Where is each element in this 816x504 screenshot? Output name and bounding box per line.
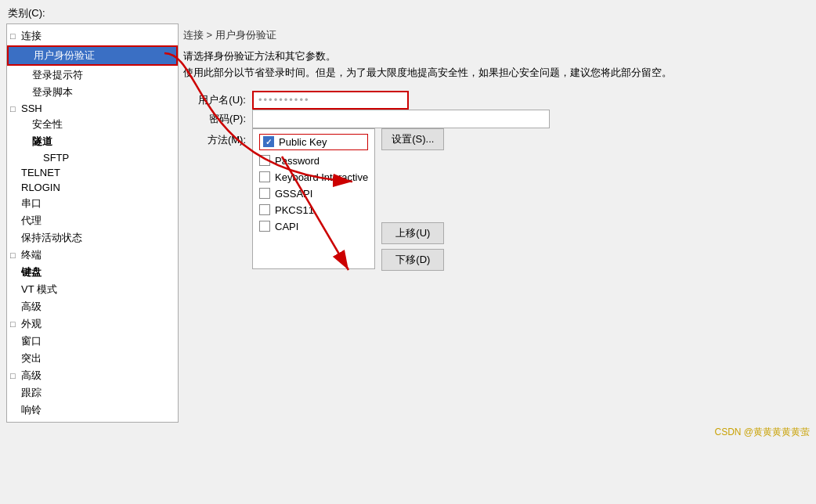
sidebar-item-ssh[interactable]: □ SSH bbox=[7, 101, 178, 116]
sidebar-item-label: 跟踪 bbox=[21, 386, 175, 400]
pkcs11-checkbox[interactable] bbox=[259, 204, 270, 215]
sidebar-item-label: 终端 bbox=[21, 248, 175, 262]
method-buttons: 设置(S)... 上移(U) 下移(D) bbox=[381, 128, 444, 271]
description: 请选择身份验证方法和其它参数。 使用此部分以节省登录时间。但是，为了最大限度地提… bbox=[183, 49, 810, 81]
password-input[interactable] bbox=[252, 110, 550, 128]
keyboard-interactive-label: Keyboard Interactive bbox=[275, 171, 368, 183]
sidebar-item-label: 用户身份验证 bbox=[34, 49, 173, 63]
method-and-buttons: Public Key Password Keyboard Interactive bbox=[252, 128, 444, 271]
expand-icon: □ bbox=[10, 371, 21, 380]
sidebar-item-label: 窗口 bbox=[21, 334, 175, 348]
move-down-button[interactable]: 下移(D) bbox=[381, 249, 444, 271]
sidebar-item-rlogin[interactable]: RLOGIN bbox=[7, 180, 178, 195]
expand-icon: □ bbox=[10, 104, 21, 113]
sidebar-item-label: TELNET bbox=[21, 167, 175, 178]
username-row: 用户名(U): bbox=[183, 91, 810, 110]
sidebar-item-label: 安全性 bbox=[32, 117, 175, 131]
public-key-label: Public Key bbox=[279, 136, 327, 148]
method-label: 方法(M): bbox=[183, 128, 246, 147]
sidebar-item-label: 外观 bbox=[21, 317, 175, 331]
method-item-pkcs11[interactable]: PKCS11 bbox=[259, 204, 368, 216]
sidebar-item-advanced-terminal[interactable]: 高级 bbox=[7, 298, 178, 315]
method-item-public-key[interactable]: Public Key bbox=[259, 134, 368, 150]
sidebar-item-label: 键盘 bbox=[21, 265, 175, 279]
sidebar-item-label: 保持活动状态 bbox=[21, 231, 175, 245]
sidebar-item-label: RLOGIN bbox=[21, 182, 175, 193]
right-panel: 连接 > 用户身份验证 请选择身份验证方法和其它参数。 使用此部分以节省登录时间… bbox=[183, 23, 810, 423]
sidebar-item-label: SSH bbox=[21, 103, 175, 114]
expand-icon: □ bbox=[10, 31, 21, 41]
password-label: 密码(P): bbox=[183, 110, 246, 126]
capi-checkbox[interactable] bbox=[259, 221, 270, 232]
sidebar-item-keepalive[interactable]: 保持活动状态 bbox=[7, 229, 178, 247]
sidebar-item-terminal[interactable]: □ 终端 bbox=[7, 247, 178, 264]
sidebar-item-label: 连接 bbox=[21, 29, 175, 43]
sidebar-item-label: 串口 bbox=[21, 196, 175, 211]
sidebar-item-tunnel[interactable]: 隧道 bbox=[7, 133, 178, 150]
sidebar-item-label: 高级 bbox=[21, 300, 175, 314]
method-item-gssapi[interactable]: GSSAPI bbox=[259, 188, 368, 200]
sidebar-item-vt-mode[interactable]: VT 模式 bbox=[7, 281, 178, 298]
pkcs11-label: PKCS11 bbox=[275, 204, 314, 216]
sidebar-item-bell[interactable]: 响铃 bbox=[7, 401, 178, 419]
sidebar-item-telnet[interactable]: TELNET bbox=[7, 165, 178, 180]
sidebar-item-user-auth[interactable]: 用户身份验证 bbox=[7, 45, 178, 66]
sidebar-item-serial[interactable]: 串口 bbox=[7, 195, 178, 212]
sidebar-item-label: VT 模式 bbox=[21, 283, 175, 297]
keyboard-interactive-checkbox[interactable] bbox=[259, 171, 270, 182]
sidebar-item-appearance[interactable]: □ 外观 bbox=[7, 315, 178, 333]
sidebar-item-login-prompt[interactable]: 登录提示符 bbox=[7, 67, 178, 84]
sidebar-item-label: 高级 bbox=[21, 369, 175, 383]
sidebar-item-label: 隧道 bbox=[32, 135, 175, 149]
sidebar-item-keyboard[interactable]: 键盘 bbox=[7, 264, 178, 281]
sidebar-item-label: 响铃 bbox=[21, 403, 175, 417]
gssapi-label: GSSAPI bbox=[275, 188, 312, 200]
description-line1: 请选择身份验证方法和其它参数。 bbox=[183, 49, 810, 65]
tree-panel: □ 连接 用户身份验证 登录提示符 登录脚本 □ SSH 安全性 bbox=[6, 23, 179, 423]
gssapi-checkbox[interactable] bbox=[259, 188, 270, 199]
sidebar-item-login-script[interactable]: 登录脚本 bbox=[7, 84, 178, 101]
public-key-checkbox[interactable] bbox=[263, 136, 274, 147]
expand-icon: □ bbox=[10, 250, 21, 260]
method-item-password[interactable]: Password bbox=[259, 155, 368, 167]
watermark: CSDN @黄黄黄黄黄萤 bbox=[0, 423, 816, 442]
method-item-capi[interactable]: CAPI bbox=[259, 221, 368, 232]
sidebar-item-security[interactable]: 安全性 bbox=[7, 116, 178, 133]
sidebar-item-advanced[interactable]: □ 高级 bbox=[7, 367, 178, 384]
sidebar-item-label: 登录脚本 bbox=[32, 85, 175, 99]
method-item-keyboard-interactive[interactable]: Keyboard Interactive bbox=[259, 171, 368, 183]
move-up-button[interactable]: 上移(U) bbox=[381, 222, 444, 244]
password-method-label: Password bbox=[275, 155, 320, 167]
username-input[interactable] bbox=[252, 91, 409, 110]
sidebar-item-label: 突出 bbox=[21, 351, 175, 365]
sidebar-item-label: SFTP bbox=[43, 152, 175, 164]
method-box: Public Key Password Keyboard Interactive bbox=[252, 128, 375, 269]
sidebar-item-label: 代理 bbox=[21, 214, 175, 228]
category-label: 类别(C): bbox=[0, 0, 816, 23]
sidebar-item-window[interactable]: 窗口 bbox=[7, 333, 178, 350]
password-checkbox[interactable] bbox=[259, 155, 270, 166]
password-row: 密码(P): bbox=[183, 110, 810, 128]
sidebar-item-connection[interactable]: □ 连接 bbox=[7, 27, 178, 45]
breadcrumb: 连接 > 用户身份验证 bbox=[183, 23, 810, 49]
method-row: 方法(M): Public Key Password bbox=[183, 128, 810, 271]
username-label: 用户名(U): bbox=[183, 91, 246, 107]
sidebar-item-sftp[interactable]: SFTP bbox=[7, 150, 178, 165]
sidebar-item-trace[interactable]: 跟踪 bbox=[7, 384, 178, 401]
sidebar-item-proxy[interactable]: 代理 bbox=[7, 212, 178, 229]
capi-label: CAPI bbox=[275, 221, 298, 232]
sidebar-item-highlight[interactable]: 突出 bbox=[7, 350, 178, 367]
expand-icon: □ bbox=[10, 319, 21, 329]
description-line2: 使用此部分以节省登录时间。但是，为了最大限度地提高安全性，如果担心安全问题，建议… bbox=[183, 65, 810, 81]
settings-button[interactable]: 设置(S)... bbox=[381, 128, 444, 150]
sidebar-item-label: 登录提示符 bbox=[32, 68, 175, 82]
